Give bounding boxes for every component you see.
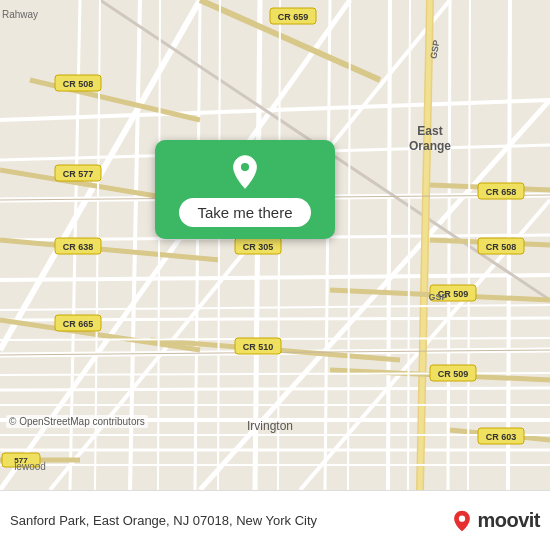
svg-text:CR 638: CR 638 [63, 242, 94, 252]
take-me-there-button[interactable]: Take me there [179, 198, 310, 227]
svg-text:CR 305: CR 305 [243, 242, 274, 252]
moovit-logo: moovit [451, 509, 540, 532]
svg-text:Rahway: Rahway [2, 9, 38, 20]
svg-text:CR 509: CR 509 [438, 369, 469, 379]
svg-text:Orange: Orange [409, 139, 451, 153]
svg-text:lewood: lewood [14, 461, 46, 472]
osm-attribution: © OpenStreetMap contributors [6, 415, 148, 428]
svg-text:Irvington: Irvington [247, 419, 293, 433]
svg-text:CR 508: CR 508 [486, 242, 517, 252]
green-card: Take me there [155, 140, 335, 239]
svg-text:GSP: GSP [428, 292, 447, 302]
location-text: Sanford Park, East Orange, NJ 07018, New… [10, 513, 451, 528]
svg-text:CR 508: CR 508 [63, 79, 94, 89]
svg-text:CR 510: CR 510 [243, 342, 274, 352]
bottom-bar: Sanford Park, East Orange, NJ 07018, New… [0, 490, 550, 550]
svg-line-18 [448, 0, 450, 490]
svg-text:East: East [417, 124, 442, 138]
svg-point-88 [241, 163, 249, 171]
svg-point-89 [459, 515, 465, 521]
svg-text:CR 665: CR 665 [63, 319, 94, 329]
map-container: CR 659 CR 508 CR 577 CR 638 CR 305 CR 66… [0, 0, 550, 490]
moovit-wordmark: moovit [477, 509, 540, 532]
svg-text:CR 577: CR 577 [63, 169, 94, 179]
svg-text:CR 658: CR 658 [486, 187, 517, 197]
location-pin-icon [227, 154, 263, 190]
svg-text:CR 603: CR 603 [486, 432, 517, 442]
take-me-there-overlay: Take me there [155, 140, 335, 239]
svg-text:CR 659: CR 659 [278, 12, 309, 22]
moovit-pin-icon [451, 510, 473, 532]
